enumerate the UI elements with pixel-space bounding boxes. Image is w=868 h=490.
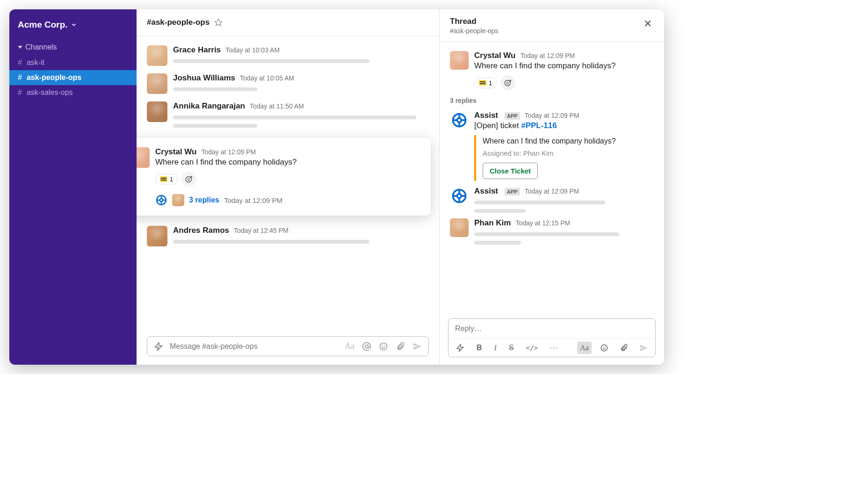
ticket-emoji-icon bbox=[479, 80, 486, 86]
message[interactable]: Crystal Wu Today at 12:09 PM Where can I… bbox=[137, 147, 420, 206]
thread-subtitle: #ask-people-ops bbox=[450, 27, 499, 35]
message[interactable]: Annika Rangarajan Today at 11:50 AM bbox=[137, 98, 439, 131]
emoji-icon[interactable] bbox=[597, 342, 611, 354]
assigned-to: Assigned to: Phan Kim bbox=[483, 149, 654, 157]
thread-header: Thread #ask-people-ops ✕ bbox=[440, 9, 664, 42]
message-author: Crystal Wu bbox=[155, 147, 197, 157]
thread-reply[interactable]: Phan Kim Today at 12:15 PM bbox=[440, 216, 664, 247]
avatar[interactable] bbox=[450, 218, 469, 237]
italic-button[interactable]: I bbox=[492, 342, 499, 354]
svg-point-38 bbox=[605, 347, 606, 347]
sidebar-channel-ask-it[interactable]: # ask-it bbox=[9, 55, 137, 70]
message-author: Phan Kim bbox=[474, 218, 511, 228]
close-icon[interactable]: ✕ bbox=[642, 17, 654, 31]
message-placeholder bbox=[173, 124, 257, 128]
code-button[interactable]: </> bbox=[523, 342, 541, 353]
svg-marker-35 bbox=[457, 345, 463, 352]
bold-button[interactable]: B bbox=[474, 342, 485, 354]
message-body: Joshua Williams Today at 10:05 AM bbox=[173, 73, 429, 94]
message-author: Annika Rangarajan bbox=[173, 101, 245, 111]
chevron-down-icon bbox=[71, 22, 77, 28]
message-text: Where can I find the company holidays? bbox=[474, 61, 654, 71]
reply-avatar bbox=[172, 194, 184, 206]
svg-point-14 bbox=[365, 345, 369, 348]
formatting-icon[interactable]: Aa bbox=[345, 341, 354, 351]
thread-summary[interactable]: 3 replies Today at 12:09 PM bbox=[155, 194, 420, 206]
add-reaction-button[interactable] bbox=[500, 75, 515, 90]
formatting-toggle-icon[interactable]: Aa bbox=[577, 342, 592, 354]
add-reaction-button[interactable] bbox=[181, 172, 196, 187]
message-text: [Open] ticket #PPL-116 bbox=[474, 121, 654, 130]
message[interactable]: Joshua Williams Today at 10:05 AM bbox=[137, 70, 439, 98]
svg-point-8 bbox=[160, 199, 163, 202]
message-placeholder bbox=[173, 87, 257, 91]
star-icon[interactable] bbox=[214, 18, 223, 27]
close-ticket-button[interactable]: Close Ticket bbox=[483, 163, 538, 179]
sidebar-channel-ask-sales-ops[interactable]: # ask-sales-ops bbox=[9, 85, 137, 100]
message-author: Grace Harris bbox=[173, 45, 221, 55]
workspace-switcher[interactable]: Acme Corp. bbox=[9, 13, 137, 36]
svg-point-16 bbox=[382, 345, 383, 346]
message-placeholder bbox=[173, 59, 369, 63]
reaction-ticket[interactable]: 1 bbox=[155, 174, 178, 185]
reaction-count: 1 bbox=[170, 176, 173, 183]
avatar[interactable] bbox=[147, 101, 167, 122]
emoji-icon[interactable] bbox=[379, 342, 388, 351]
avatar[interactable] bbox=[147, 45, 167, 66]
message-body: Crystal Wu Today at 12:09 PM Where can I… bbox=[155, 147, 420, 206]
avatar[interactable] bbox=[147, 73, 167, 94]
thread-pane: Thread #ask-people-ops ✕ Crystal Wu Toda… bbox=[440, 9, 664, 365]
message-composer[interactable]: Aa bbox=[147, 336, 429, 356]
svg-point-19 bbox=[507, 82, 507, 83]
channels-label: Channels bbox=[25, 43, 57, 51]
message-placeholder bbox=[474, 209, 526, 213]
smile-plus-icon bbox=[504, 79, 512, 87]
reaction-ticket[interactable]: 1 bbox=[474, 78, 497, 88]
main-pane: #ask-people-ops Grace Harris Today at 10… bbox=[137, 9, 440, 365]
thread-root-message[interactable]: Crystal Wu Today at 12:09 PM Where can I… bbox=[440, 48, 664, 93]
send-icon[interactable] bbox=[412, 342, 422, 351]
composer-input[interactable] bbox=[170, 342, 338, 351]
message-placeholder bbox=[474, 232, 619, 236]
strike-button[interactable]: S bbox=[506, 342, 517, 354]
message-text: Where can I find the company holidays? bbox=[155, 158, 420, 167]
svg-point-20 bbox=[508, 82, 509, 83]
reply-input[interactable] bbox=[455, 324, 649, 333]
app-badge: APP bbox=[505, 112, 520, 120]
message-author: Assist bbox=[474, 187, 498, 196]
ticket-prefix: [Open] ticket bbox=[474, 121, 521, 130]
message-author: Andres Ramos bbox=[173, 226, 229, 235]
thread-composer[interactable]: B I S </> ··· Aa bbox=[448, 318, 656, 357]
send-icon[interactable] bbox=[637, 342, 651, 354]
shortcuts-icon[interactable] bbox=[154, 342, 163, 351]
ticket-link[interactable]: #PPL-116 bbox=[521, 121, 557, 130]
composer-actions: Aa bbox=[345, 341, 422, 351]
message[interactable]: Andres Ramos Today at 12:45 PM bbox=[137, 222, 439, 250]
mention-icon[interactable] bbox=[362, 342, 371, 351]
replies-link[interactable]: 3 replies bbox=[189, 196, 219, 204]
reaction-count: 1 bbox=[489, 79, 492, 86]
thread-composer-toolbar: B I S </> ··· Aa bbox=[448, 339, 655, 357]
thread-reply[interactable]: Assist APP Today at 12:09 PM [Open] tick… bbox=[440, 108, 664, 184]
message[interactable]: Grace Harris Today at 10:03 AM bbox=[137, 42, 439, 70]
attach-icon[interactable] bbox=[396, 342, 405, 351]
avatar[interactable] bbox=[137, 147, 150, 168]
caret-down-icon bbox=[18, 45, 22, 50]
avatar[interactable] bbox=[147, 226, 167, 246]
quote-text: Where can I find the company holidays? bbox=[483, 137, 654, 145]
more-formatting-button[interactable]: ··· bbox=[547, 342, 562, 354]
channel-name: ask-sales-ops bbox=[27, 88, 73, 97]
channel-name: ask-people-ops bbox=[27, 73, 81, 82]
svg-point-15 bbox=[380, 343, 387, 350]
svg-point-2 bbox=[186, 177, 191, 182]
message-body: Grace Harris Today at 10:03 AM bbox=[173, 45, 429, 66]
sidebar-channel-ask-people-ops[interactable]: # ask-people-ops bbox=[9, 70, 137, 85]
message-author: Assist bbox=[474, 111, 498, 120]
channels-section-header[interactable]: Channels bbox=[9, 36, 137, 55]
svg-point-3 bbox=[188, 179, 188, 179]
attach-icon[interactable] bbox=[617, 342, 631, 354]
thread-reply[interactable]: Assist APP Today at 12:09 PM bbox=[440, 184, 664, 216]
avatar[interactable] bbox=[450, 51, 469, 70]
shortcuts-icon[interactable] bbox=[453, 342, 467, 354]
svg-point-36 bbox=[601, 345, 608, 351]
